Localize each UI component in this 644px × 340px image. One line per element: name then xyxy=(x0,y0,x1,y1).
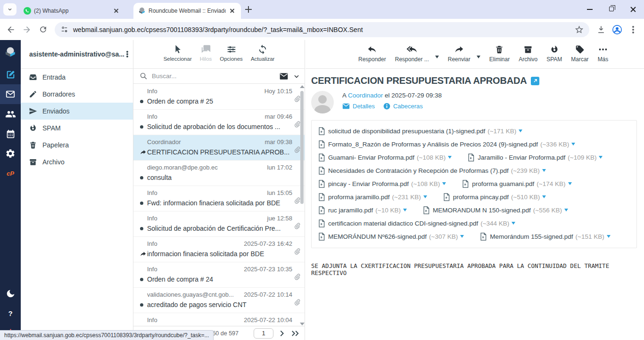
forward-caret-icon[interactable] xyxy=(477,56,480,58)
window-minimize-button[interactable] xyxy=(579,0,601,19)
rail-mail[interactable] xyxy=(0,84,21,104)
message-list-item[interactable]: Info 2025-07-23 10:35 Orden de compra # … xyxy=(133,262,305,288)
threads-button[interactable]: Hilos xyxy=(200,44,212,62)
tab-search-button[interactable] xyxy=(3,3,17,16)
rail-cpanel[interactable]: cP xyxy=(0,163,21,183)
search-scope-mail-icon[interactable] xyxy=(279,72,289,81)
attachment-menu-caret-icon[interactable] xyxy=(571,143,575,146)
folder-enviados[interactable]: Enviados xyxy=(21,103,133,120)
account-header[interactable]: asistente-administrativo@sa... xyxy=(21,40,133,69)
mark-button[interactable]: Marcar xyxy=(571,44,588,63)
folder-papelera[interactable]: Papelera xyxy=(21,137,133,154)
attachment-menu-caret-icon[interactable] xyxy=(542,169,546,172)
window-restore-button[interactable] xyxy=(601,0,622,19)
rail-contacts[interactable] xyxy=(0,104,21,124)
options-button[interactable]: Opciones xyxy=(220,44,243,62)
rail-settings[interactable] xyxy=(0,144,21,163)
message-list-item[interactable]: diego.moran@dpe.gob.ec lun 17:02 consult… xyxy=(133,161,305,186)
dark-mode-button[interactable] xyxy=(0,283,21,303)
forward-button[interactable] xyxy=(19,22,35,38)
bookmark-star-icon[interactable] xyxy=(575,25,584,34)
search-input[interactable] xyxy=(152,73,279,80)
headers-toggle[interactable]: Cabeceras xyxy=(383,103,423,110)
attachment-file[interactable]: MEMORÁNDUM Nº626-signed.pdf (~307 KB) xyxy=(318,233,464,241)
rail-calendar[interactable] xyxy=(0,124,21,144)
message-list-item[interactable]: Info mar 09:46 Solicitud de aprobación d… xyxy=(133,110,305,135)
attachment-file[interactable]: Jaramillo - Enviar Proforma.pdf (~109 KB… xyxy=(468,154,603,162)
archive-button[interactable]: Archivo xyxy=(519,44,537,63)
list-scrollbar[interactable] xyxy=(299,85,304,325)
details-toggle[interactable]: Detalles xyxy=(342,103,375,110)
attachment-menu-caret-icon[interactable] xyxy=(568,182,572,185)
folder-borradores[interactable]: Borradores xyxy=(21,86,133,103)
tab-whatsapp[interactable]: (2) WhatsApp xyxy=(19,3,125,19)
page-input[interactable] xyxy=(254,328,273,339)
message-list-item[interactable]: Info jue 12:58 Solicitud de aprobación d… xyxy=(133,211,305,237)
attachment-file[interactable]: proforma guamani.pdf (~174 KB) xyxy=(462,180,571,188)
attachment-file[interactable]: pincay - Enviar Proforma.pdf (~108 KB) xyxy=(318,180,446,188)
message-list-item[interactable]: Info lun 15:05 Fwd: informacion finacier… xyxy=(133,186,305,211)
spam-button[interactable]: SPAM xyxy=(546,44,562,63)
folder-entrada[interactable]: Entrada xyxy=(21,69,133,86)
window-close-button[interactable] xyxy=(622,0,644,19)
help-button[interactable]: ? xyxy=(0,303,21,323)
attachment-menu-caret-icon[interactable] xyxy=(442,182,446,185)
more-button[interactable]: Más xyxy=(598,44,609,63)
tab-roundcube[interactable]: Roundcube Webmail :: Enviados xyxy=(133,3,241,19)
account-menu-icon[interactable] xyxy=(126,53,128,55)
folder-spam[interactable]: SPAM xyxy=(21,120,133,137)
message-list-item[interactable]: Info 2025-07-23 16:42 informacion finaci… xyxy=(133,237,305,262)
reply-all-caret-icon[interactable] xyxy=(435,56,439,58)
select-button[interactable]: Seleccionar xyxy=(164,44,192,62)
attachment-file[interactable]: solicitud de disponibilidad presupuestar… xyxy=(318,127,522,135)
reply-button[interactable]: Responder xyxy=(358,44,386,63)
reload-button[interactable] xyxy=(35,22,51,38)
new-tab-button[interactable] xyxy=(245,6,252,13)
attachment-file[interactable]: Guamani- Enviar Proforma.pdf (~108 KB) xyxy=(318,154,452,162)
scrollbar-thumb[interactable] xyxy=(300,91,304,204)
browser-menu-button[interactable] xyxy=(625,22,641,38)
attachment-file[interactable]: Memorándum 155-signed.pdf (~151 KB) xyxy=(480,233,611,241)
downloads-button[interactable] xyxy=(593,22,609,38)
roundcube-logo[interactable] xyxy=(0,40,21,65)
attachment-menu-caret-icon[interactable] xyxy=(607,235,611,238)
message-list-item[interactable]: Coordinador mar 09:38 CERTIFICACION PRES… xyxy=(133,135,305,161)
message-list-item[interactable]: validaciones.guayas@cnt.gob... 2025-07-2… xyxy=(133,288,305,313)
rail-compose[interactable] xyxy=(0,65,21,84)
attachment-menu-caret-icon[interactable] xyxy=(599,156,603,159)
back-button[interactable] xyxy=(3,22,19,38)
scroll-down-icon[interactable] xyxy=(300,323,305,325)
message-list-item[interactable]: Info Hoy 10:15 Orden de compra # 25 xyxy=(133,84,305,110)
attachment-file[interactable]: proforma jaramillo.pdf (~231 KB) xyxy=(318,193,427,201)
message-list-item[interactable]: Info 2025-07-22 10:04 xyxy=(133,313,305,326)
attachment-file[interactable]: certificacion material didactico CDI-sig… xyxy=(318,219,515,227)
folder-archivo[interactable]: Archivo xyxy=(21,154,133,170)
recipient-link[interactable]: Coordinador xyxy=(348,92,383,99)
open-in-new-window-button[interactable] xyxy=(531,77,539,85)
attachment-menu-caret-icon[interactable] xyxy=(542,195,546,198)
attachment-file[interactable]: MEMORANDUM N 150-signed.pdf (~556 KB) xyxy=(423,206,568,214)
attachment-menu-caret-icon[interactable] xyxy=(519,130,522,132)
attachment-menu-caret-icon[interactable] xyxy=(423,195,427,198)
reply-all-button[interactable]: Responder ... xyxy=(395,44,429,63)
address-bar[interactable]: webmail.sanjuan.gob.ec/cpsess7001108393/… xyxy=(55,22,589,37)
attachment-menu-caret-icon[interactable] xyxy=(460,235,464,238)
attachment-menu-caret-icon[interactable] xyxy=(448,156,452,159)
delete-button[interactable]: Eliminar xyxy=(489,44,510,63)
scroll-up-icon[interactable] xyxy=(300,85,305,88)
attachment-menu-caret-icon[interactable] xyxy=(564,209,568,211)
tab-close-icon[interactable] xyxy=(229,7,236,15)
refresh-button[interactable]: Actualizar xyxy=(251,44,275,62)
attachment-file[interactable]: ruc jaramillo.pdf (~10 KB) xyxy=(318,206,407,214)
forward-button[interactable]: Reenviar xyxy=(448,44,471,63)
attachment-file[interactable]: proforma pincay.pdf (~510 KB) xyxy=(443,193,546,201)
tab-close-icon[interactable] xyxy=(113,7,120,15)
search-options-chevron-icon[interactable] xyxy=(293,73,300,80)
attachment-file[interactable]: Formato_8_Razón de Proformas y Análisis … xyxy=(318,140,575,148)
last-page-icon[interactable] xyxy=(290,330,300,337)
attachment-menu-caret-icon[interactable] xyxy=(512,222,515,225)
attachment-file[interactable]: Necesidades de Contratación y Recepción … xyxy=(318,167,546,175)
next-page-icon[interactable] xyxy=(278,330,286,337)
attachment-menu-caret-icon[interactable] xyxy=(403,209,407,211)
profile-button[interactable] xyxy=(609,22,625,38)
